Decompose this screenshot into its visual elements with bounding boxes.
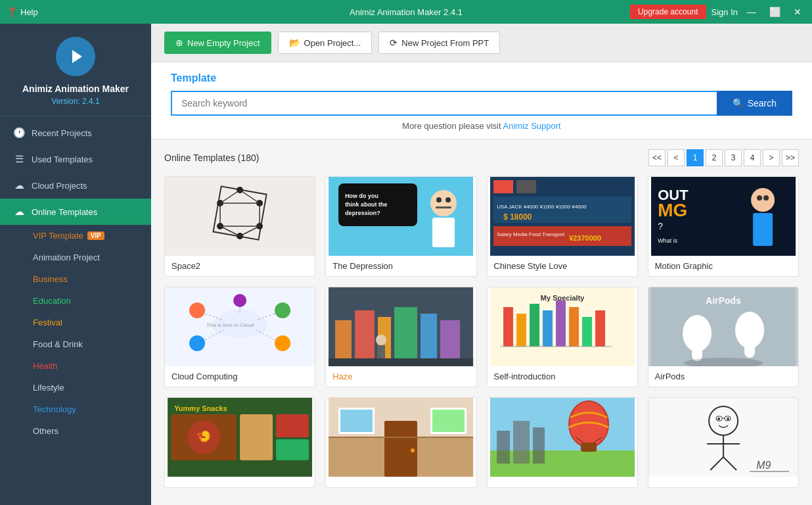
svg-rect-87 [744,343,755,358]
app-title: Animiz Animation Maker 2.4.1 [350,7,462,17]
vip-label: VIP Template [33,231,83,241]
svg-point-84 [683,315,711,352]
sidebar-item-health[interactable]: Health [0,355,151,377]
page-last-button[interactable]: >> [782,149,799,166]
haze-thumb [326,287,476,366]
svg-point-44 [763,195,769,201]
svg-rect-108 [497,431,510,464]
sidebar-item-others[interactable]: Others [0,420,151,442]
person-label [648,477,798,487]
sidebar-item-animation[interactable]: Animation Project [0,247,151,268]
svg-point-25 [445,197,451,203]
template-card-chinese[interactable]: USA JACK ¥4000 ¥1000 ¥1000 ¥4000 $ 18000… [487,176,638,277]
svg-rect-107 [490,450,635,477]
page-3-button[interactable]: 3 [725,149,742,166]
title-bar: ❓ Help Animiz Animation Maker 2.4.1 Upgr… [0,0,812,24]
sidebar-item-used[interactable]: ☰ Used Templates [0,146,151,172]
sidebar-item-food[interactable]: Food & Drink [0,333,151,355]
depression-thumb: How do you think about the depression? [326,177,476,256]
from-ppt-button[interactable]: ⟳ New Project From PPT [378,32,500,54]
page-2-button[interactable]: 2 [706,149,723,166]
signin-button[interactable]: Sign In [711,7,738,17]
template-card-cloud[interactable]: This is time to Cloud [164,287,315,387]
svg-point-41 [751,188,775,212]
lifestyle-label: Lifestyle [33,383,64,393]
templates-count: Online Templates (180) [164,153,259,163]
template-card-person[interactable]: M9 [648,397,799,488]
search-input[interactable] [171,91,717,116]
svg-rect-79 [582,317,592,347]
cloud-label: Cloud Computing [165,366,315,387]
search-area: Template 🔍 Search More question please v… [151,62,812,139]
sidebar-item-online[interactable]: ☁ Online Templates [0,199,151,225]
sidebar-item-cloud[interactable]: ☁ Cloud Projects [0,172,151,199]
svg-point-52 [189,335,205,351]
svg-point-51 [275,302,290,318]
clock-icon: 🕐 [13,127,25,139]
upgrade-button[interactable]: Upgrade account [630,5,706,19]
templates-grid: Space2 How do you think about the depres… [164,176,799,488]
sidebar-item-business[interactable]: Business [0,268,151,290]
template-label: Template [171,72,792,84]
sidebar-item-lifestyle[interactable]: Lifestyle [0,377,151,398]
cloud-icon: ☁ [13,180,25,191]
sidebar-item-education[interactable]: Education [0,290,151,312]
template-card-airpods[interactable]: AirPods AirPods [648,287,799,387]
folder-icon: 📂 [289,37,300,48]
template-card-travel[interactable] [487,397,638,488]
template-card-self[interactable]: My Specialty Sel [487,287,638,387]
svg-text:USA  JACK  ¥4000  ¥1000  ¥1000: USA JACK ¥4000 ¥1000 ¥1000 ¥4000 [497,204,587,210]
minimize-button[interactable]: — [743,7,760,17]
page-1-button[interactable]: 1 [687,149,704,166]
chinese-thumb: USA JACK ¥4000 ¥1000 ¥1000 ¥4000 $ 18000… [487,177,637,256]
svg-rect-110 [533,427,545,464]
chinese-label: Chinese Style Love [487,256,637,276]
close-button[interactable]: ✕ [790,7,805,17]
animation-label: Animation Project [33,252,100,262]
template-card-yummy[interactable]: Yummy Snacks 🍤 [164,397,315,488]
sidebar-item-technology[interactable]: Technology [0,398,151,420]
toolbar: ⊕ New Empty Project 📂 Open Project... ⟳ … [151,24,812,62]
svg-text:🍤: 🍤 [196,429,212,444]
pagination: << < 1 2 3 4 > >> [648,149,799,166]
vip-badge: VIP [87,231,104,240]
sidebar-logo: Animiz Animation Maker Version: 2.4.1 [0,24,151,116]
search-button[interactable]: 🔍 Search [717,91,792,116]
maximize-button[interactable]: ⬜ [765,7,784,17]
svg-rect-104 [432,410,464,432]
svg-rect-115 [581,443,597,452]
yummy-label [165,477,315,487]
sidebar-item-vip[interactable]: VIP Template VIP [0,225,151,247]
svg-rect-93 [276,414,309,437]
svg-text:Salary  Media  Food  Transport: Salary Media Food Transport [497,231,565,237]
logo-icon [66,47,85,66]
help-button[interactable]: ❓ Help [7,7,38,17]
page-next-button[interactable]: > [763,149,780,166]
page-4-button[interactable]: 4 [744,149,761,166]
sidebar-item-festival[interactable]: Festival [0,312,151,333]
food-label: Food & Drink [33,339,83,349]
logo-circle [56,37,95,76]
svg-rect-76 [543,310,553,347]
svg-point-118 [717,418,720,420]
svg-text:$ 18000: $ 18000 [503,212,532,222]
airpods-thumb: AirPods [648,287,798,366]
online-label: Online Templates [32,207,97,217]
app-name: Animiz Animation Maker [22,83,129,95]
page-prev-button[interactable]: < [667,149,685,166]
template-card-haze[interactable]: Haze [325,287,476,387]
new-empty-button[interactable]: ⊕ New Empty Project [164,32,271,54]
open-project-button[interactable]: 📂 Open Project... [278,32,372,54]
education-label: Education [33,296,71,306]
template-card-depression[interactable]: How do you think about the depression? T… [325,176,476,277]
template-card-room[interactable] [325,397,476,488]
support-link[interactable]: Animiz Support [503,121,561,131]
template-card-motion[interactable]: OUT MG ? What is Motion Graphic [648,176,799,277]
haze-label: Haze [326,366,476,387]
svg-point-54 [233,294,246,307]
sidebar-item-recent[interactable]: 🕐 Recent Projects [0,120,151,146]
page-first-button[interactable]: << [648,149,665,166]
airpods-label: AirPods [648,366,798,387]
svg-point-43 [757,195,762,201]
template-card-space2[interactable]: Space2 [164,176,315,277]
